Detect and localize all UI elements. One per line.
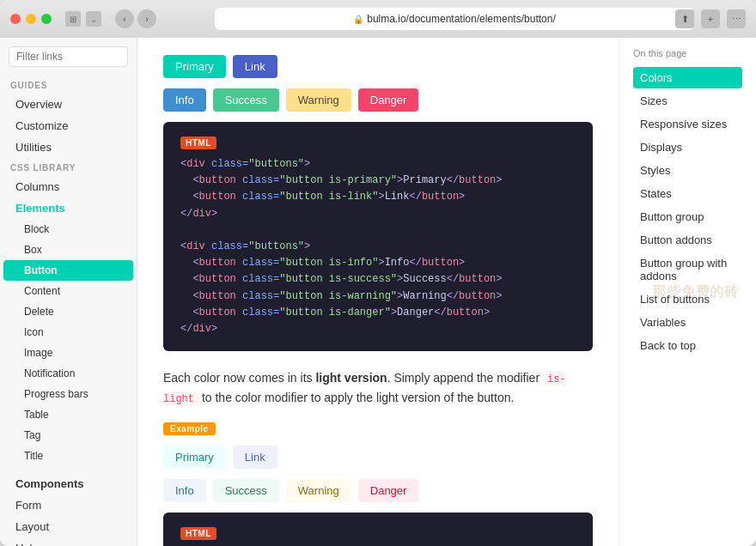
code-block-1: HTML <div class="buttons"> <button class… — [163, 122, 593, 351]
toc-item-list-of-buttons[interactable]: List of buttons — [633, 288, 742, 310]
sidebar-item-block[interactable]: Block — [3, 219, 133, 240]
app-body: GUIDES Overview Customize Utilities CSS … — [0, 38, 756, 546]
titlebar: ⊞ ⌄ ‹ › 🔒 bulma.io/documentation/element… — [0, 0, 756, 38]
prose-text: Each color now comes in its light versio… — [163, 368, 593, 408]
sidebar-item-components[interactable]: Components — [3, 473, 133, 494]
code-pre-1: <div class="buttons"> <button class="but… — [180, 156, 576, 337]
toc-item-responsive-sizes[interactable]: Responsive sizes — [633, 113, 742, 135]
sidebar-item-image[interactable]: Image — [3, 343, 133, 363]
close-button[interactable] — [10, 14, 21, 24]
html-label-2: HTML — [180, 527, 216, 540]
sidebar-item-notification[interactable]: Notification — [3, 363, 133, 384]
primary-light-button[interactable]: Primary — [163, 446, 226, 469]
sidebar-item-form[interactable]: Form — [3, 494, 133, 516]
chevron-down-icon[interactable]: ⌄ — [86, 11, 101, 27]
sidebar-item-progress-bars[interactable]: Progress bars — [3, 384, 133, 404]
toc-title: On this page — [633, 48, 742, 58]
sidebar-item-title[interactable]: Title — [3, 446, 133, 466]
sidebar-item-content[interactable]: Content — [3, 281, 133, 301]
toc-item-variables[interactable]: Variables — [633, 312, 742, 333]
sidebar-icon[interactable]: ⊞ — [65, 11, 81, 27]
url-text: bulma.io/documentation/elements/button/ — [367, 13, 555, 25]
danger-button[interactable]: Danger — [358, 88, 419, 112]
sidebar-item-columns[interactable]: Columns — [3, 176, 133, 197]
example-badge: Example — [163, 422, 216, 435]
sidebar-item-helpers[interactable]: Helpers — [3, 537, 133, 546]
info-button[interactable]: Info — [163, 88, 206, 112]
sidebar-item-icon[interactable]: Icon — [3, 322, 133, 343]
sidebar-item-box[interactable]: Box — [3, 240, 133, 260]
toc-item-button-group[interactable]: Button group — [633, 206, 742, 228]
primary-button[interactable]: Primary — [163, 55, 226, 78]
back-button[interactable]: ‹ — [115, 9, 134, 28]
sidebar-toggle[interactable]: ⊞ ⌄ — [65, 11, 101, 27]
sidebar: GUIDES Overview Customize Utilities CSS … — [0, 38, 137, 546]
danger-light-button[interactable]: Danger — [358, 479, 419, 502]
traffic-lights — [10, 14, 52, 24]
nav-buttons: ‹ › — [115, 9, 156, 28]
titlebar-actions: ⬆ + ⋯ — [675, 9, 746, 28]
prose-text-2: . Simply append the modifier — [387, 371, 543, 385]
sidebar-item-button[interactable]: Button — [3, 260, 133, 281]
toc-item-button-group-addons[interactable]: Button group with addons — [633, 252, 742, 287]
minimize-button[interactable] — [26, 14, 36, 24]
sidebar-item-layout[interactable]: Layout — [3, 516, 133, 537]
prose-bold: light version — [315, 371, 387, 385]
info-light-button[interactable]: Info — [163, 479, 206, 502]
warning-button[interactable]: Warning — [286, 88, 351, 112]
success-button[interactable]: Success — [213, 88, 279, 112]
lock-icon: 🔒 — [353, 15, 363, 24]
link-light-button[interactable]: Link — [233, 446, 277, 469]
prose-text-1: Each color now comes in its — [163, 371, 315, 385]
sidebar-item-table[interactable]: Table — [3, 404, 133, 425]
button-row-2: Info Success Warning Danger — [163, 88, 593, 112]
filter-links-input[interactable] — [9, 46, 128, 67]
main-content: Primary Link Info Success Warning Danger… — [137, 38, 619, 546]
toc-item-colors[interactable]: Colors — [633, 67, 742, 88]
browser-window: ⊞ ⌄ ‹ › 🔒 bulma.io/documentation/element… — [0, 0, 756, 546]
sidebar-item-delete[interactable]: Delete — [3, 301, 133, 322]
maximize-button[interactable] — [41, 14, 52, 24]
guides-label: GUIDES — [0, 76, 137, 94]
sidebar-item-customize[interactable]: Customize — [3, 115, 133, 136]
toc-item-states[interactable]: States — [633, 183, 742, 204]
sidebar-item-utilities[interactable]: Utilities — [3, 136, 133, 158]
toc-item-styles[interactable]: Styles — [633, 160, 742, 181]
button-row-4: Info Success Warning Danger — [163, 479, 593, 502]
address-bar[interactable]: 🔒 bulma.io/documentation/elements/button… — [215, 8, 694, 30]
html-label-1: HTML — [180, 136, 216, 149]
sidebar-item-overview[interactable]: Overview — [3, 94, 133, 115]
button-row-3: Primary Link — [163, 446, 593, 469]
more-button[interactable]: ⋯ — [727, 9, 746, 28]
link-button[interactable]: Link — [233, 55, 277, 78]
success-light-button[interactable]: Success — [213, 479, 279, 502]
toc-item-back-to-top[interactable]: Back to top — [633, 335, 742, 356]
new-tab-button[interactable]: + — [701, 9, 720, 28]
button-row-1: Primary Link — [163, 55, 593, 78]
forward-button[interactable]: › — [137, 9, 156, 28]
share-button[interactable]: ⬆ — [675, 9, 694, 28]
toc-item-displays[interactable]: Displays — [633, 136, 742, 158]
prose-text-3: to the color modifier to apply the light… — [198, 391, 514, 404]
code-block-2: HTML <div class="buttons"> <button class… — [163, 513, 593, 546]
sidebar-item-tag[interactable]: Tag — [3, 425, 133, 446]
warning-light-button[interactable]: Warning — [286, 479, 351, 502]
css-library-label: CSS LIBRARY — [0, 158, 137, 176]
toc-item-sizes[interactable]: Sizes — [633, 90, 742, 112]
toc-item-button-addons[interactable]: Button addons — [633, 229, 742, 251]
sidebar-item-elements[interactable]: Elements — [3, 197, 133, 219]
table-of-contents: On this page Colors Sizes Responsive siz… — [619, 38, 756, 546]
